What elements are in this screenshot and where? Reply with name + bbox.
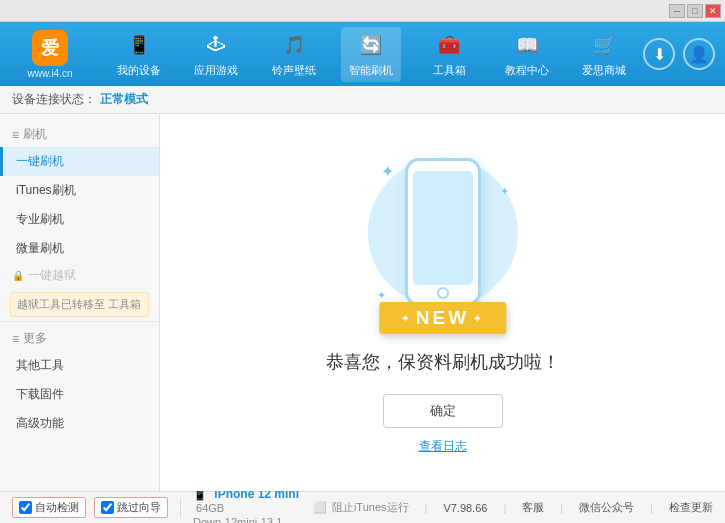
bottom-bar: 自动检测 跳过向导 📱 iPhone 12 mini 64GB Down-12m…	[0, 491, 725, 523]
nav-item-tutorial[interactable]: 📖 教程中心	[497, 27, 557, 82]
nav-item-store[interactable]: 🛒 爱思商城	[574, 27, 634, 82]
auto-connect-input[interactable]	[19, 501, 32, 514]
store-label: 爱思商城	[582, 63, 626, 78]
jailbreak-section-title: 一键越狱	[28, 267, 76, 284]
logo-icon: 爱	[32, 30, 68, 66]
sidebar-item-pro-flash[interactable]: 专业刷机	[0, 205, 159, 234]
sidebar-section-jailbreak: 🔒 一键越狱	[0, 263, 159, 288]
toolbox-icon: 🧰	[435, 31, 463, 59]
sidebar-item-download-firmware[interactable]: 下载固件	[0, 380, 159, 409]
user-button[interactable]: 👤	[683, 38, 715, 70]
nav-items: 📱 我的设备 🕹 应用游戏 🎵 铃声壁纸 🔄 智能刷机 🧰 工具箱 📖 教程中心…	[100, 27, 643, 82]
bottom-device: 📱 iPhone 12 mini 64GB Down-12mini-13,1	[189, 487, 313, 524]
new-badge: NEW	[416, 307, 469, 328]
logo: 爱 www.i4.cn	[10, 30, 90, 79]
my-device-icon: 📱	[125, 31, 153, 59]
apps-games-icon: 🕹	[202, 31, 230, 59]
check-update-link[interactable]: 检查更新	[669, 500, 713, 515]
maximize-button[interactable]: □	[687, 4, 703, 18]
sidebar: ≡ 刷机 一键刷机 iTunes刷机 专业刷机 微量刷机 🔒 一键越狱 越狱工具…	[0, 114, 160, 491]
logo-domain: www.i4.cn	[27, 68, 72, 79]
bottom-right: ⬜ 阻止iTunes运行 | V7.98.66 | 客服 | 微信公众号 | 检…	[313, 500, 713, 515]
phone-illustration: ✦ ✦ ✦ ✦NEW✦	[363, 150, 523, 330]
flash-section-title: 刷机	[23, 126, 47, 143]
window-controls: ─ □ ✕	[669, 4, 721, 18]
smart-flash-label: 智能刷机	[349, 63, 393, 78]
ringtone-icon: 🎵	[280, 31, 308, 59]
apps-games-label: 应用游戏	[194, 63, 238, 78]
ringtone-label: 铃声壁纸	[272, 63, 316, 78]
nav-item-smart-flash[interactable]: 🔄 智能刷机	[341, 27, 401, 82]
more-section-icon: ≡	[12, 332, 19, 346]
version-label: V7.98.66	[443, 502, 487, 514]
service-link[interactable]: 客服	[522, 500, 544, 515]
download-button[interactable]: ⬇	[643, 38, 675, 70]
sidebar-item-advanced[interactable]: 高级功能	[0, 409, 159, 438]
bottom-left: 自动检测 跳过向导	[12, 497, 172, 518]
device-version: Down-12mini-13,1	[193, 516, 282, 524]
store-icon: 🛒	[590, 31, 618, 59]
lock-icon: 🔒	[12, 270, 24, 281]
content-area: ✦ ✦ ✦ ✦NEW✦ 恭喜您，保资料刷机成功啦！ 确定 查看日志	[160, 114, 725, 491]
toolbox-label: 工具箱	[433, 63, 466, 78]
stop-itunes: ⬜ 阻止iTunes运行	[313, 500, 409, 515]
nav-item-apps-games[interactable]: 🕹 应用游戏	[186, 27, 246, 82]
auto-connect-label: 自动检测	[35, 500, 79, 515]
skip-wizard-label: 跳过向导	[117, 500, 161, 515]
my-device-label: 我的设备	[117, 63, 161, 78]
smart-flash-icon: 🔄	[357, 31, 385, 59]
sidebar-section-more: ≡ 更多	[0, 326, 159, 351]
close-button[interactable]: ✕	[705, 4, 721, 18]
minimize-button[interactable]: ─	[669, 4, 685, 18]
wechat-link[interactable]: 微信公众号	[579, 500, 634, 515]
success-message: 恭喜您，保资料刷机成功啦！	[326, 350, 560, 374]
nav-item-ringtone[interactable]: 🎵 铃声壁纸	[264, 27, 324, 82]
skip-wizard-checkbox[interactable]: 跳过向导	[94, 497, 168, 518]
sidebar-item-other-tools[interactable]: 其他工具	[0, 351, 159, 380]
nav-bar: 爱 www.i4.cn 📱 我的设备 🕹 应用游戏 🎵 铃声壁纸 🔄 智能刷机 …	[0, 22, 725, 86]
tutorial-label: 教程中心	[505, 63, 549, 78]
nav-item-my-device[interactable]: 📱 我的设备	[109, 27, 169, 82]
sidebar-divider	[0, 321, 159, 322]
status-label: 设备连接状态：	[12, 91, 96, 108]
flash-section-icon: ≡	[12, 128, 19, 142]
sidebar-item-save-flash[interactable]: 微量刷机	[0, 234, 159, 263]
sidebar-item-one-click-flash[interactable]: 一键刷机	[0, 147, 159, 176]
nav-item-toolbox[interactable]: 🧰 工具箱	[419, 27, 479, 82]
status-bar: 设备连接状态： 正常模式	[0, 86, 725, 114]
main-layout: ≡ 刷机 一键刷机 iTunes刷机 专业刷机 微量刷机 🔒 一键越狱 越狱工具…	[0, 114, 725, 491]
confirm-button[interactable]: 确定	[383, 394, 503, 428]
title-bar: ─ □ ✕	[0, 0, 725, 22]
sidebar-item-itunes-flash[interactable]: iTunes刷机	[0, 176, 159, 205]
more-section-title: 更多	[23, 330, 47, 347]
auto-connect-checkbox[interactable]: 自动检测	[12, 497, 86, 518]
jailbreak-notice: 越狱工具已转移至 工具箱	[10, 292, 149, 317]
nav-right: ⬇ 👤	[643, 38, 715, 70]
tutorial-icon: 📖	[513, 31, 541, 59]
status-value: 正常模式	[100, 91, 148, 108]
secondary-link[interactable]: 查看日志	[419, 438, 467, 455]
sidebar-section-flash: ≡ 刷机	[0, 122, 159, 147]
device-storage: 64GB	[193, 502, 224, 514]
skip-wizard-input[interactable]	[101, 501, 114, 514]
